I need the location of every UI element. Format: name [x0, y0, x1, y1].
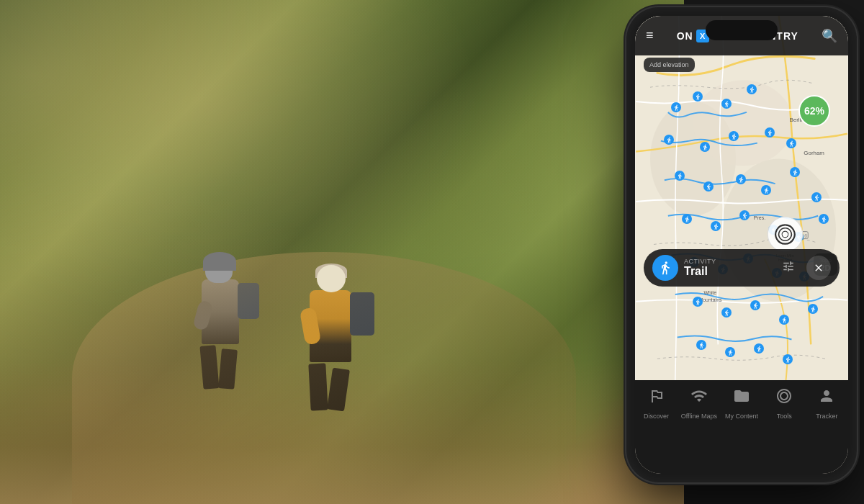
activity-text: Activity Trail: [684, 258, 776, 278]
svg-point-11: [768, 217, 802, 251]
phone-notch: [706, 20, 778, 40]
offline-maps-label: Offline Maps: [681, 413, 717, 420]
tools-icon: [775, 387, 793, 409]
svg-text:Pres.: Pres.: [754, 215, 765, 220]
my-content-icon: [733, 387, 750, 409]
tracker-label: Tracker: [816, 413, 837, 420]
nav-my-content[interactable]: My Content: [720, 387, 762, 420]
hiker-1: [202, 256, 252, 389]
nav-offline-maps[interactable]: Offline Maps: [678, 387, 720, 420]
svg-text:Gorham: Gorham: [804, 150, 824, 156]
svg-text:Mountains: Mountains: [698, 297, 722, 302]
discover-label: Discover: [644, 413, 669, 420]
green-badge: 62%: [798, 95, 830, 127]
activity-label: Activity: [684, 258, 776, 265]
badge-percent: 62%: [804, 105, 824, 117]
activity-name: Trail: [684, 265, 776, 278]
elevation-widget[interactable]: Add elevation: [644, 58, 695, 72]
background-photo: [0, 0, 684, 504]
hiker-2: [310, 265, 367, 410]
svg-point-3: [693, 80, 793, 166]
discover-icon: [648, 387, 665, 409]
logo-on-text: ON: [677, 30, 693, 42]
bottom-nav: Discover Offline Maps: [635, 380, 848, 474]
my-content-label: My Content: [725, 413, 758, 420]
phone-device: Berlin Gorham Pres. White Mountains 16: [626, 7, 857, 482]
activity-bar[interactable]: Activity Trail: [644, 249, 840, 287]
phone-screen: Berlin Gorham Pres. White Mountains 16: [635, 16, 848, 474]
rocks-foreground: [0, 360, 684, 504]
phone-body: Berlin Gorham Pres. White Mountains 16: [626, 7, 857, 482]
activity-icon-circle: [652, 255, 678, 281]
svg-text:White: White: [703, 290, 716, 295]
activity-close-button[interactable]: [806, 256, 831, 280]
search-icon[interactable]: 🔍: [822, 28, 837, 44]
nav-tracker[interactable]: Tracker: [806, 387, 848, 420]
tools-label: Tools: [777, 413, 792, 420]
nav-tools[interactable]: Tools: [763, 387, 806, 420]
tracker-icon: [818, 387, 835, 409]
tune-icon[interactable]: [782, 260, 795, 276]
brand-marker: Loon Mtn Hot Spot: [765, 215, 805, 254]
map-area[interactable]: Berlin Gorham Pres. White Mountains 16: [635, 16, 848, 380]
offline-maps-icon: [690, 387, 708, 409]
nav-discover[interactable]: Discover: [635, 387, 678, 420]
menu-icon[interactable]: ≡: [646, 28, 654, 43]
elevation-label: Add elevation: [649, 61, 689, 68]
